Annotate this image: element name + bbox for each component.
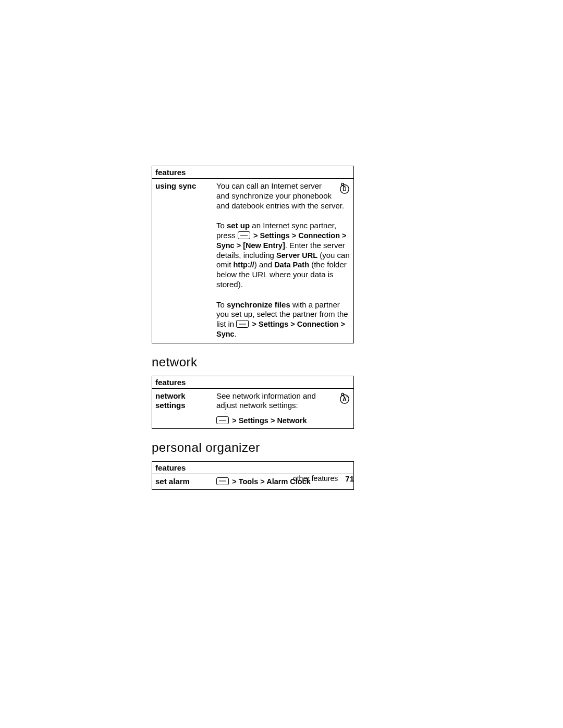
page-footer: 71 other features — [152, 474, 354, 483]
text-bold: synchronize files — [227, 300, 290, 309]
table-header: features — [152, 376, 354, 388]
text: To — [216, 300, 227, 309]
text: . — [235, 329, 237, 338]
features-table-network: features network settings A See network … — [152, 376, 354, 429]
route-icon — [339, 182, 350, 194]
network-desc-cell: A See network information and adjust net… — [213, 388, 354, 413]
menu-icon — [216, 416, 229, 424]
page-number: 71 — [345, 474, 354, 483]
svg-text:A: A — [342, 396, 347, 402]
text: To — [216, 221, 227, 230]
menu-icon — [236, 320, 249, 328]
row-label-using-sync: using sync — [152, 179, 214, 343]
antenna-icon: A — [339, 392, 350, 404]
network-path-cell: > Settings > Network — [213, 413, 354, 428]
section-heading-network: network — [152, 355, 354, 369]
svg-point-2 — [341, 183, 344, 185]
row-label-network-settings: network settings — [152, 388, 214, 428]
text-cond: Server URL — [276, 251, 317, 260]
text: ) and — [254, 260, 274, 269]
svg-point-0 — [340, 185, 349, 194]
menu-icon — [238, 231, 250, 239]
sync-files-cell: To synchronize files with a partner you … — [213, 298, 354, 343]
sync-files-text: To synchronize files with a partner you … — [216, 300, 350, 339]
features-table-sync: features using sync You can call an Inte… — [152, 166, 354, 343]
sync-setup-cell: To set up an Internet sync partner, pres… — [213, 218, 354, 297]
text-cond: Data Path — [274, 261, 309, 269]
footer-label: other features — [293, 474, 338, 483]
table-header: features — [152, 461, 354, 474]
text-bold: set up — [227, 221, 250, 230]
sync-desc-cell: You can call an Internet server and sync… — [213, 179, 354, 219]
section-heading-organizer: personal organizer — [152, 440, 354, 455]
sync-setup-text: To set up an Internet sync partner, pres… — [216, 221, 350, 289]
menu-path: > Settings > Network — [232, 416, 307, 425]
table-header: features — [152, 166, 354, 179]
svg-rect-1 — [344, 187, 346, 191]
page-content: features using sync You can call an Inte… — [152, 166, 354, 490]
sync-intro-text: You can call an Internet server and sync… — [216, 181, 350, 211]
svg-point-5 — [341, 393, 344, 395]
network-desc-text: See network information and adjust netwo… — [216, 391, 316, 410]
text-cond: http:// — [234, 261, 254, 269]
